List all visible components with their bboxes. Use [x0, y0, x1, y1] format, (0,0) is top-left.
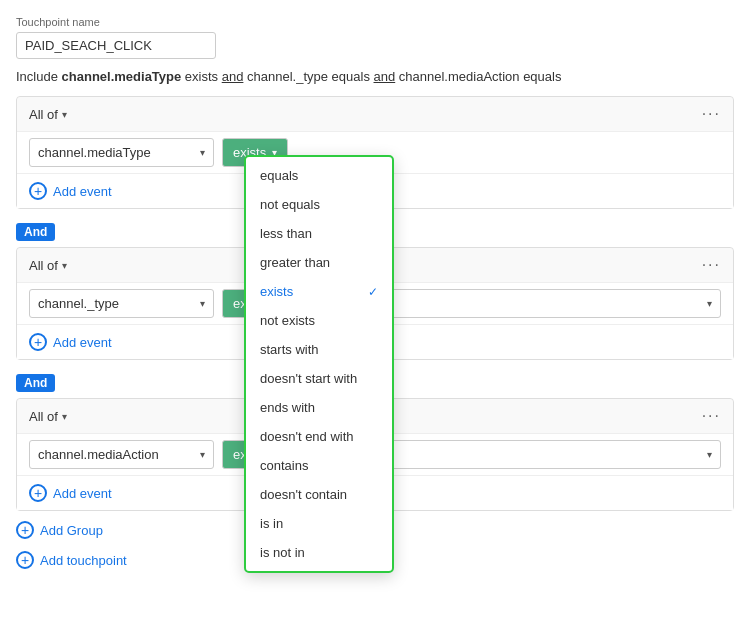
group-3-field-select[interactable]: channel.mediaAction ▾	[29, 440, 214, 469]
group-2-all-of[interactable]: All of ▾	[29, 258, 67, 273]
dropdown-item-ends-with[interactable]: ends with	[246, 393, 392, 422]
dropdown-item-doesnt-end-with-label: doesn't end with	[260, 429, 354, 444]
dropdown-item-is-in-label: is in	[260, 516, 283, 531]
dropdown-item-contains-label: contains	[260, 458, 308, 473]
group-1-add-event-plus-icon: +	[29, 182, 47, 200]
dropdown-item-starts-with-label: starts with	[260, 342, 319, 357]
operator-dropdown: equals not equals less than greater than…	[244, 155, 394, 573]
group-2-add-event-button[interactable]: + Add event	[29, 333, 112, 351]
dropdown-item-doesnt-contain-label: doesn't contain	[260, 487, 347, 502]
group-1-add-event-button[interactable]: + Add event	[29, 182, 112, 200]
include-text: Include channel.mediaType exists and cha…	[16, 69, 734, 84]
dropdown-item-ends-with-label: ends with	[260, 400, 315, 415]
include-channel-media: channel.mediaType	[62, 69, 182, 84]
dropdown-item-is-not-in-label: is not in	[260, 545, 305, 560]
and-badge-2-label: And	[16, 374, 55, 392]
include-and2: and	[374, 69, 396, 84]
group-1-all-of-label: All of	[29, 107, 58, 122]
group-2-all-of-label: All of	[29, 258, 58, 273]
dropdown-item-not-exists[interactable]: not exists	[246, 306, 392, 335]
dropdown-item-doesnt-start-with[interactable]: doesn't start with	[246, 364, 392, 393]
dropdown-item-less-than-label: less than	[260, 226, 312, 241]
add-group-plus-icon: +	[16, 521, 34, 539]
dropdown-item-less-than[interactable]: less than	[246, 219, 392, 248]
dropdown-item-exists-tick: ✓	[368, 285, 378, 299]
dropdown-item-greater-than-label: greater than	[260, 255, 330, 270]
dropdown-item-not-exists-label: not exists	[260, 313, 315, 328]
group-1-more-icon[interactable]: ···	[702, 105, 721, 123]
group-2-more-icon[interactable]: ···	[702, 256, 721, 274]
group-3-add-event-label: Add event	[53, 486, 112, 501]
group-3-more-icon[interactable]: ···	[702, 407, 721, 425]
dropdown-item-contains[interactable]: contains	[246, 451, 392, 480]
group-1-chevron-icon: ▾	[62, 109, 67, 120]
and-badge-1-label: And	[16, 223, 55, 241]
dropdown-item-equals[interactable]: equals	[246, 161, 392, 190]
dropdown-item-exists-label: exists	[260, 284, 293, 299]
add-group-label: Add Group	[40, 523, 103, 538]
dropdown-item-equals-label: equals	[260, 168, 298, 183]
touchpoint-name-input[interactable]	[16, 32, 216, 59]
dropdown-item-doesnt-start-with-label: doesn't start with	[260, 371, 357, 386]
group-3-all-of[interactable]: All of ▾	[29, 409, 67, 424]
dropdown-item-exists[interactable]: exists ✓	[246, 277, 392, 306]
group-2-value-arrow: ▾	[707, 298, 712, 309]
group-2-add-event-label: Add event	[53, 335, 112, 350]
dropdown-item-not-equals[interactable]: not equals	[246, 190, 392, 219]
dropdown-item-is-in[interactable]: is in	[246, 509, 392, 538]
dropdown-item-is-not-in[interactable]: is not in	[246, 538, 392, 567]
dropdown-item-greater-than[interactable]: greater than	[246, 248, 392, 277]
group-2-field-label: channel._type	[38, 296, 119, 311]
dropdown-item-doesnt-contain[interactable]: doesn't contain	[246, 480, 392, 509]
dropdown-item-doesnt-end-with[interactable]: doesn't end with	[246, 422, 392, 451]
group-1-field-arrow: ▾	[200, 147, 205, 158]
group-3-chevron-icon: ▾	[62, 411, 67, 422]
group-3-add-event-plus-icon: +	[29, 484, 47, 502]
group-3-all-of-label: All of	[29, 409, 58, 424]
group-1-add-event-label: Add event	[53, 184, 112, 199]
group-3-field-arrow: ▾	[200, 449, 205, 460]
add-touchpoint-plus-icon: +	[16, 551, 34, 569]
group-1-header: All of ▾ ···	[17, 97, 733, 131]
include-and1: and	[222, 69, 244, 84]
group-1-field-select[interactable]: channel.mediaType ▾	[29, 138, 214, 167]
group-1-field-label: channel.mediaType	[38, 145, 151, 160]
group-2-field-select[interactable]: channel._type ▾	[29, 289, 214, 318]
add-touchpoint-label: Add touchpoint	[40, 553, 127, 568]
group-1-all-of[interactable]: All of ▾	[29, 107, 67, 122]
group-2-add-event-plus-icon: +	[29, 333, 47, 351]
dropdown-item-starts-with[interactable]: starts with	[246, 335, 392, 364]
group-2-chevron-icon: ▾	[62, 260, 67, 271]
page-container: Touchpoint name Include channel.mediaTyp…	[0, 0, 750, 587]
group-3-add-event-button[interactable]: + Add event	[29, 484, 112, 502]
group-2-field-arrow: ▾	[200, 298, 205, 309]
dropdown-item-not-equals-label: not equals	[260, 197, 320, 212]
group-3-field-label: channel.mediaAction	[38, 447, 159, 462]
touchpoint-name-label: Touchpoint name	[16, 16, 734, 28]
group-3-value-arrow: ▾	[707, 449, 712, 460]
